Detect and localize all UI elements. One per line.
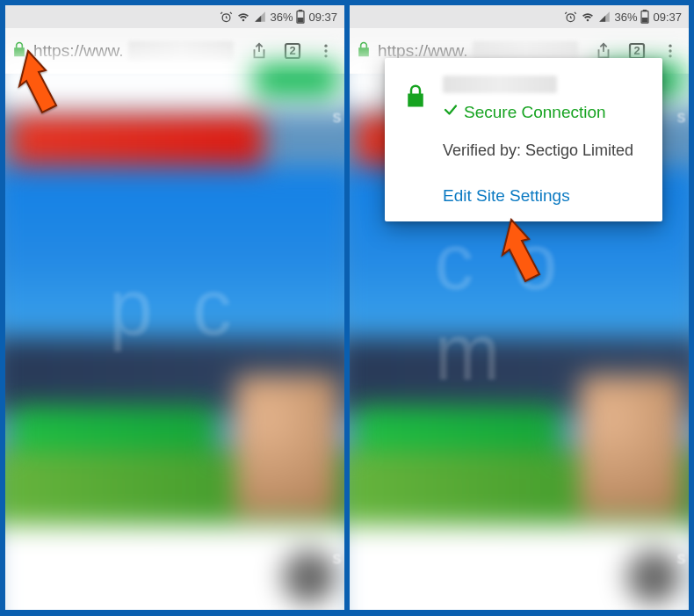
wifi-icon: [236, 11, 250, 23]
signal-icon: [598, 11, 611, 23]
clock-time: 09:37: [653, 11, 682, 24]
status-bar: 36% 09:37: [350, 5, 689, 28]
site-info-popup: Secure Connection Verified by: Sectigo L…: [385, 58, 662, 221]
status-bar: 36% 09:37: [5, 5, 344, 28]
side-label: S: [333, 111, 341, 125]
side-label: S: [677, 111, 685, 125]
svg-rect-10: [644, 10, 647, 11]
phone-left: 36% 09:37 https://www. 2: [5, 5, 344, 610]
svg-point-13: [669, 44, 671, 47]
svg-rect-2: [300, 10, 302, 11]
battery-icon: [296, 10, 305, 24]
wifi-icon: [581, 11, 595, 23]
svg-rect-11: [643, 18, 648, 22]
signal-icon: [254, 11, 266, 23]
check-icon: [443, 102, 459, 122]
lock-icon: [402, 81, 429, 114]
side-label: S: [677, 552, 685, 566]
site-name-redacted: [443, 76, 557, 93]
verified-by-label: Verified by: Sectigo Limited: [443, 141, 645, 160]
secure-connection-text: Secure Connection: [464, 103, 606, 122]
battery-percentage: 36%: [270, 11, 293, 24]
tutorial-frame: 36% 09:37 https://www. 2: [0, 0, 694, 616]
battery-icon: [640, 10, 649, 24]
page-content-blurred: [5, 53, 344, 610]
clock-time: 09:37: [308, 11, 337, 24]
secure-connection-label: Secure Connection: [443, 102, 645, 122]
svg-rect-3: [299, 18, 304, 22]
battery-percentage: 36%: [614, 11, 637, 24]
alarm-icon: [564, 11, 577, 24]
alarm-icon: [220, 11, 233, 24]
phone-right: 36% 09:37 https://www. 2: [350, 5, 689, 610]
svg-point-5: [324, 44, 327, 47]
side-label: S: [333, 552, 341, 566]
edit-site-settings-link[interactable]: Edit Site Settings: [443, 186, 570, 206]
